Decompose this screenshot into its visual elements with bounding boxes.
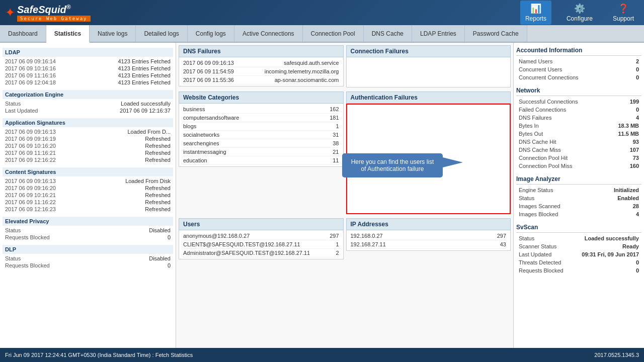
logo-icon: ✦ <box>5 6 15 20</box>
accounted-section: Accounted Information Named Users 2 Conc… <box>516 45 641 81</box>
list-item: 2017 06 09 11:54:59 incoming.telemetry.m… <box>183 67 339 76</box>
list-item: 2017 06 09 12:16:22 Refreshed <box>3 156 173 163</box>
nav-reports-label: Reports <box>525 15 546 22</box>
list-item: blogs 1 <box>183 122 339 131</box>
dns-failures-title: DNS Failures <box>179 45 344 57</box>
list-item: 192.168.27.11 43 <box>351 240 507 249</box>
list-item: Last Updated 09:31 Fri, 09 Jun 2017 <box>516 250 641 258</box>
list-item: Images Scanned 28 <box>516 202 641 210</box>
users-content: anonymous@192.168.0.27 297 CLIENT$@SAFES… <box>179 230 344 259</box>
list-item: Connection Pool Miss 160 <box>516 162 641 170</box>
accounted-title: Accounted Information <box>516 45 641 56</box>
app-sig-title: Application Signatures <box>3 118 173 127</box>
list-item: Last Updated 2017 06 09 12:16:37 <box>3 107 173 114</box>
list-item: 2017 06 09 11:16:22 Refreshed <box>3 199 173 206</box>
list-item: 2017 06 09 10:16:16 4123 Entries Fetched <box>3 65 173 72</box>
auth-failures-section: Authentication Failures <box>346 92 511 214</box>
reports-icon: 📊 <box>530 3 541 14</box>
list-item: DNS Cache Miss 107 <box>516 146 641 154</box>
list-item: Concurrent Users 0 <box>516 65 641 73</box>
list-item: 2017 06 09 09:16:13 Loaded From Disk <box>3 177 173 185</box>
bottom-row: Users anonymous@192.168.0.27 297 CLIENT$… <box>179 218 511 263</box>
svscan-section: SvScan Status Loaded successfully Scanne… <box>516 222 641 275</box>
tab-connection-pool[interactable]: Connection Pool <box>303 25 364 42</box>
middle-panel: Here you can find the users list of Auth… <box>176 43 513 348</box>
list-item: Images Blocked 4 <box>516 210 641 218</box>
ip-addresses-content: 192.168.0.27 297 192.168.27.11 43 <box>346 230 511 251</box>
network-title: Network <box>516 85 641 96</box>
list-item: 2017 06 09 09:16:19 Refreshed <box>3 135 173 142</box>
list-item: socialnetworks 31 <box>183 131 339 139</box>
list-item: Administrator@SAFESQUID.TEST@192.168.27.… <box>183 249 339 257</box>
main-content: LDAP 2017 06 09 09:16:14 4123 Entries Fe… <box>0 43 644 348</box>
status-text-right: 2017.0525.1345.3 <box>594 352 639 358</box>
list-item: Status Loaded successfully <box>516 234 641 242</box>
list-item: 2017 06 09 11:16:16 4123 Entries Fetched <box>3 72 173 79</box>
app-sig-section: Application Signatures 2017 06 09 09:16:… <box>3 118 173 163</box>
list-item: searchengines 38 <box>183 139 339 148</box>
list-item: Failed Connections 0 <box>516 106 641 114</box>
list-item: education 11 <box>183 156 339 165</box>
logo-tagline: Secure Web Gateway <box>17 16 91 22</box>
dns-failures-col: DNS Failures 2017 06 09 09:16:13 safesqu… <box>179 45 344 92</box>
nav-configure[interactable]: ⚙️ Configure <box>561 1 598 25</box>
image-analyzer-title: Image Analyzer <box>516 174 641 185</box>
list-item: 2017 06 09 09:16:13 Loaded From D... <box>3 128 173 135</box>
users-col: Users anonymous@192.168.0.27 297 CLIENT$… <box>179 218 344 263</box>
list-item: 2017 06 09 10:16:20 Refreshed <box>3 142 173 149</box>
list-item: Requests Blocked 0 <box>3 262 173 269</box>
dns-failures-content: 2017 06 09 09:16:13 safesquid.auth.servi… <box>179 57 344 86</box>
ldap-title: LDAP <box>3 48 173 57</box>
users-section: Users anonymous@192.168.0.27 297 CLIENT$… <box>179 218 344 259</box>
conn-failures-title: Connection Failures <box>346 45 511 57</box>
list-item: Requests Blocked 0 <box>516 266 641 275</box>
content-sig-title: Content Signatures <box>3 167 173 176</box>
status-bar: Fri Jun 09 2017 12:24:41 GMT+0530 (India… <box>0 348 644 362</box>
tab-dns-cache[interactable]: DNS Cache <box>364 25 412 42</box>
ldap-section: LDAP 2017 06 09 09:16:14 4123 Entries Fe… <box>3 48 173 86</box>
list-item: Status Loaded successfully <box>3 100 173 107</box>
tab-active-connections[interactable]: Active Connections <box>234 25 303 42</box>
list-item: Requests Blocked 0 <box>3 234 173 241</box>
list-item: 2017 06 09 12:16:23 Refreshed <box>3 206 173 213</box>
conn-failures-section: Connection Failures <box>346 45 511 87</box>
tab-detailed-logs[interactable]: Detailed logs <box>136 25 187 42</box>
list-item: Connection Pool Hit 73 <box>516 154 641 162</box>
website-cat-section: Website Categories business 162 computer… <box>179 92 344 167</box>
tab-ldap-entries[interactable]: LDAP Entries <box>412 25 465 42</box>
logo-area: ✦ SafeSquid® Secure Web Gateway <box>5 4 91 22</box>
tooltip-text: Here you can find the users list of Auth… <box>351 158 434 172</box>
users-title: Users <box>179 218 344 230</box>
list-item: 2017 06 09 09:16:14 4123 Entries Fetched <box>3 58 173 65</box>
ip-addresses-section: IP Addresses 192.168.0.27 297 192.168.27… <box>346 218 511 251</box>
cat-engine-section: Categorization Engine Status Loaded succ… <box>3 90 173 114</box>
list-item: Concurrent Connections 0 <box>516 73 641 81</box>
website-cat-content: business 162 computersandsoftware 181 bl… <box>179 104 344 167</box>
elevated-priv-section: Elevated Privacy Status Disabled Request… <box>3 217 173 241</box>
website-cat-col: Website Categories business 162 computer… <box>179 92 344 218</box>
nav-reports[interactable]: 📊 Reports <box>520 1 551 25</box>
tab-password-cache[interactable]: Password Cache <box>465 25 527 42</box>
image-analyzer-section: Image Analyzer Engine Status Initialized… <box>516 174 641 218</box>
tab-statistics[interactable]: Statistics <box>46 25 90 43</box>
network-section: Network Successful Connections 199 Faile… <box>516 85 641 170</box>
list-item: Bytes In 18.3 MB <box>516 122 641 130</box>
list-item: Named Users 2 <box>516 57 641 65</box>
list-item: business 162 <box>183 105 339 114</box>
tab-config-logs[interactable]: Config logs <box>188 25 234 42</box>
dns-failures-section: DNS Failures 2017 06 09 09:16:13 safesqu… <box>179 45 344 86</box>
list-item: Engine Status Initialized <box>516 186 641 194</box>
list-item: DNS Cache Hit 93 <box>516 138 641 146</box>
nav-support[interactable]: ❓ Support <box>608 1 639 25</box>
left-panel: LDAP 2017 06 09 09:16:14 4123 Entries Fe… <box>0 43 176 348</box>
list-item: 2017 06 09 11:55:36 ap-sonar.sociomantic… <box>183 76 339 84</box>
conn-failures-content <box>346 57 511 87</box>
list-item: DNS Failures 4 <box>516 114 641 122</box>
list-item: Status Enabled <box>516 194 641 202</box>
right-panel: Accounted Information Named Users 2 Conc… <box>513 43 644 348</box>
configure-icon: ⚙️ <box>574 3 585 14</box>
list-item: 2017 06 09 12:04:18 4123 Entries Fetched <box>3 79 173 86</box>
nav-support-label: Support <box>613 15 634 22</box>
tab-native-logs[interactable]: Native logs <box>90 25 136 42</box>
tab-dashboard[interactable]: Dashboard <box>0 25 46 42</box>
